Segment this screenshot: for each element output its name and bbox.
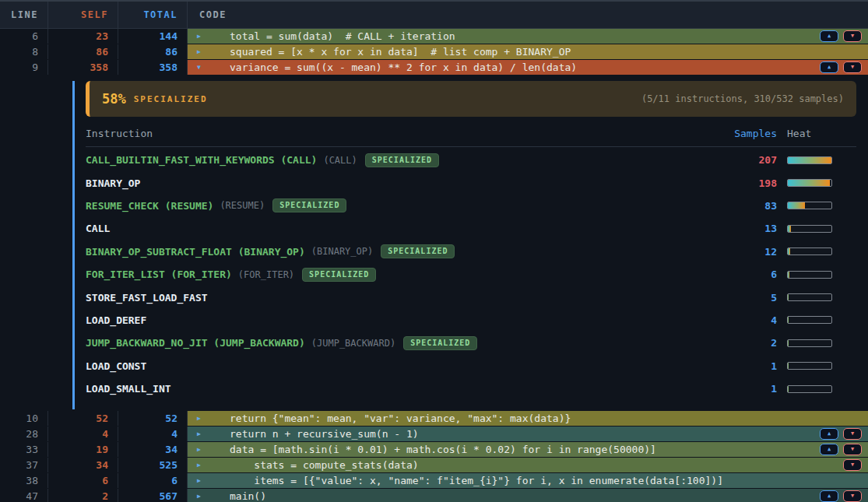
- heat-down-button[interactable]: ▼: [843, 490, 862, 502]
- instruction-base: (CALL): [323, 155, 357, 166]
- code-cell[interactable]: ▶ total = sum(data) # CALL + iteration ▲…: [188, 29, 868, 44]
- expand-toggle-icon[interactable]: ▶: [197, 493, 205, 500]
- heat-bar-track: [787, 271, 832, 279]
- instruction-samples: 207: [722, 154, 777, 166]
- code-text: squared = [x * x for x in data] # list c…: [230, 46, 571, 58]
- heat-up-button[interactable]: ▲: [820, 30, 838, 42]
- instruction-heat: [777, 293, 856, 301]
- instruction-row: LOAD_DEREF 4: [86, 309, 856, 332]
- instruction-row: FOR_ITER_LIST (FOR_ITER) (FOR_ITER) SPEC…: [86, 263, 856, 286]
- heat-down-button[interactable]: ▼: [843, 444, 862, 455]
- code-cell[interactable]: ▶ data = [math.sin(i * 0.01) + math.cos(…: [188, 442, 868, 457]
- total-samples: 4: [118, 427, 188, 441]
- code-cell[interactable]: ▶ stats = compute_stats(data) ▲ ▼: [188, 458, 868, 472]
- instruction-row: CALL 13: [86, 217, 856, 240]
- heat-bar-fill: [788, 180, 830, 186]
- code-text: items = [{"value": x, "name": f"item_{i}…: [230, 475, 723, 486]
- code-cell[interactable]: ▶ items = [{"value": x, "name": f"item_{…: [188, 473, 868, 488]
- column-header-total: TOTAL: [118, 2, 188, 28]
- self-samples: 6: [48, 473, 118, 488]
- expand-toggle-icon[interactable]: ▶: [197, 462, 205, 469]
- code-cell[interactable]: ▼ variance = sum((x - mean) ** 2 for x i…: [188, 60, 868, 75]
- instruction-samples: 198: [722, 177, 777, 189]
- specialized-badge: SPECIALIZED: [403, 336, 477, 350]
- line-number: 8: [0, 44, 48, 59]
- code-cell[interactable]: ▶ return {"mean": mean, "var": variance,…: [188, 411, 868, 426]
- expand-toggle-icon[interactable]: ▶: [197, 446, 205, 453]
- self-samples: 2: [48, 489, 118, 502]
- instruction-row: LOAD_CONST 1: [86, 355, 856, 377]
- code-cell[interactable]: ▶ squared = [x * x for x in data] # list…: [188, 44, 868, 59]
- heat-up-button[interactable]: ▲: [820, 444, 838, 455]
- instruction-base: (RESUME): [220, 200, 265, 211]
- code-line-row: 33 19 34 ▶ data = [math.sin(i * 0.01) + …: [0, 442, 868, 458]
- heat-up-button[interactable]: ▲: [820, 490, 838, 502]
- heat-up-button[interactable]: ▲: [820, 428, 838, 440]
- instruction-base: (FOR_ITER): [238, 269, 294, 280]
- specialization-summary: 58% SPECIALIZED (5/11 instructions, 310/…: [86, 81, 856, 117]
- code-cell[interactable]: ▶ return n + recursive_sum(n - 1) ▲ ▼: [188, 427, 868, 441]
- instruction-table-header: Instruction Samples Heat: [86, 128, 856, 147]
- heat-bar-track: [787, 202, 832, 209]
- instruction-name: BINARY_OP_SUBTRACT_FLOAT (BINARY_OP): [86, 246, 305, 258]
- instruction-heat: [777, 225, 856, 233]
- instruction-name: RESUME_CHECK (RESUME): [86, 200, 213, 212]
- line-number: 6: [0, 29, 48, 44]
- instruction-samples: 1: [722, 360, 777, 372]
- instruction-samples: 1: [722, 383, 777, 395]
- instruction-row: RESUME_CHECK (RESUME) (RESUME) SPECIALIZ…: [86, 195, 856, 217]
- heat-down-button[interactable]: ▼: [843, 30, 862, 42]
- total-samples: 567: [118, 489, 188, 502]
- column-header-code: CODE: [188, 9, 868, 20]
- line-number: 9: [0, 60, 48, 75]
- heat-bar-fill: [788, 363, 789, 369]
- heat-bar-track: [787, 293, 832, 301]
- heat-bar-track: [787, 247, 832, 255]
- heat-down-button[interactable]: ▼: [843, 61, 862, 73]
- code-text: variance = sum((x - mean) ** 2 for x in …: [230, 61, 577, 73]
- code-text: data = [math.sin(i * 0.01) + math.cos(i …: [230, 444, 656, 455]
- table-header-row: LINE SELF TOTAL CODE: [0, 0, 868, 29]
- total-samples: 525: [118, 458, 188, 472]
- code-line-row: 6 23 144 ▶ total = sum(data) # CALL + it…: [0, 29, 868, 44]
- specialized-badge: SPECIALIZED: [365, 153, 439, 167]
- instruction-samples: 6: [722, 269, 777, 280]
- heat-bar-fill: [788, 386, 789, 392]
- instruction-name: CALL: [86, 223, 110, 234]
- code-text: return {"mean": mean, "var": variance, "…: [230, 412, 571, 424]
- instruction-heat: [777, 385, 856, 393]
- heat-bar-fill: [788, 272, 789, 278]
- expand-toggle-icon[interactable]: ▶: [197, 430, 205, 437]
- expand-toggle-icon[interactable]: ▶: [197, 33, 205, 40]
- code-text: return n + recursive_sum(n - 1): [230, 428, 419, 440]
- expand-toggle-icon[interactable]: ▼: [197, 64, 205, 71]
- heat-down-button[interactable]: ▼: [843, 459, 862, 471]
- heat-bar-fill: [788, 157, 831, 163]
- down-arrow-icon: ▼: [851, 462, 854, 468]
- line-number: 38: [0, 473, 48, 488]
- heat-bar-track: [787, 362, 832, 370]
- code-rows-top: 6 23 144 ▶ total = sum(data) # CALL + it…: [0, 29, 868, 75]
- heat-down-button[interactable]: ▼: [843, 428, 862, 440]
- header-heat: Heat: [777, 128, 856, 139]
- expand-toggle-icon[interactable]: ▶: [197, 415, 205, 422]
- instruction-row: BINARY_OP 198: [86, 171, 856, 194]
- up-arrow-icon: ▲: [828, 447, 831, 452]
- instruction-heat: [777, 339, 856, 347]
- instruction-heat: [777, 202, 856, 209]
- heat-bar-track: [787, 385, 832, 393]
- up-arrow-icon: ▲: [828, 493, 831, 499]
- instruction-samples: 2: [722, 337, 777, 349]
- expand-toggle-icon[interactable]: ▶: [197, 48, 205, 55]
- expand-toggle-icon[interactable]: ▶: [197, 477, 205, 484]
- heat-bar-fill: [788, 226, 791, 232]
- heat-up-button[interactable]: ▲: [820, 61, 838, 73]
- code-cell[interactable]: ▶ main() ▲ ▼: [188, 489, 868, 502]
- heat-bar-track: [787, 179, 832, 187]
- self-samples: 4: [48, 427, 118, 441]
- code-line-row: 9 358 358 ▼ variance = sum((x - mean) **…: [0, 60, 868, 75]
- up-arrow-icon: ▲: [828, 33, 831, 39]
- code-line-row: 28 4 4 ▶ return n + recursive_sum(n - 1)…: [0, 427, 868, 442]
- instruction-samples: 5: [722, 292, 777, 304]
- heat-bar-fill: [788, 202, 805, 209]
